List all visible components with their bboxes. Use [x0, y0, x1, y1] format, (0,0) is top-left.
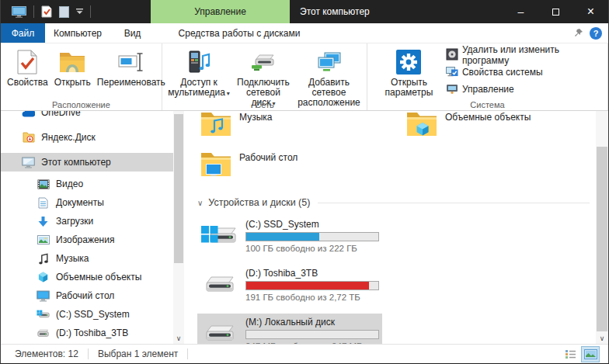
- devices-and-drives-section[interactable]: ∨ Устройства и диски (5): [197, 195, 596, 210]
- titlebar: Управление Этот компьютер – ×: [1, 0, 608, 23]
- sidebar-item-music[interactable]: Музыка: [1, 249, 173, 268]
- sidebar-scrollbar[interactable]: ∨: [173, 111, 184, 344]
- ribbon-group-location: Свойства Открыть Переименовать Расположе…: [1, 43, 162, 110]
- uninstall-program-button[interactable]: Удалить или изменить программу: [443, 47, 604, 63]
- qat-separator: [33, 5, 34, 18]
- onedrive-cloud-icon: [22, 111, 35, 117]
- group-label-network: Сеть: [162, 100, 367, 109]
- sidebar-scrollbar-thumb[interactable]: [174, 114, 183, 263]
- thumbnails-view-button[interactable]: [582, 347, 599, 362]
- main-area: OneDrive Яндекс.Диск Этот компьютер Виде…: [1, 111, 608, 344]
- hard-drive-icon: [200, 270, 239, 300]
- desktop-icon: [37, 290, 50, 302]
- new-folder-quick-icon[interactable]: [59, 6, 69, 18]
- this-pc-monitor-icon: [22, 157, 35, 168]
- section-title: Устройства и диски (5): [208, 197, 310, 208]
- this-pc-icon[interactable]: [12, 6, 26, 18]
- drive-tile-c[interactable]: (C:) SSD_System 100 ГБ свободно из 222 Г…: [197, 216, 382, 257]
- sidebar-scroll-down-icon[interactable]: ∨: [173, 335, 184, 342]
- videos-icon: [37, 179, 50, 189]
- 3d-objects-folder-icon: [406, 111, 437, 142]
- rename-icon: [118, 48, 144, 76]
- close-button[interactable]: ×: [573, 0, 608, 23]
- capacity-bar: [245, 232, 379, 241]
- help-icon[interactable]: ?: [590, 27, 602, 40]
- details-view-button[interactable]: [562, 347, 579, 362]
- ribbon-tabs: Файл Компьютер Вид Средства работы с дис…: [1, 23, 608, 43]
- manage-icon: [446, 82, 458, 97]
- sidebar-item-onedrive[interactable]: OneDrive: [1, 111, 173, 122]
- drive-free-space: 100 ГБ свободно из 222 ГБ: [245, 243, 379, 254]
- group-label-location: Расположение: [1, 100, 162, 109]
- drive-name: (M:) Локальный диск: [245, 317, 379, 328]
- dropdown-arrow-icon: ▾: [227, 90, 230, 97]
- sidebar-item-videos[interactable]: Видео: [1, 175, 173, 193]
- status-bar: Элементов: 12 Выбран 1 элемент: [1, 344, 608, 363]
- maximize-button[interactable]: [538, 0, 573, 23]
- minimize-button[interactable]: –: [503, 0, 538, 23]
- explorer-window: Управление Этот компьютер – × Файл Компь…: [0, 0, 609, 364]
- drive-tile-m[interactable]: (M:) Локальный диск 247 МБ свободно из 2…: [197, 314, 382, 344]
- window-controls: – ×: [503, 0, 608, 23]
- sidebar-item-this-pc[interactable]: Этот компьютер: [1, 153, 173, 172]
- media-access-button[interactable]: Доступ к мультимедиа▾: [165, 46, 232, 101]
- music-folder-icon: [200, 111, 231, 142]
- selection-count: Выбран 1 элемент: [98, 348, 178, 359]
- folder-tile-3d-objects[interactable]: Объемные объекты: [403, 111, 596, 144]
- downloads-icon: [37, 216, 50, 227]
- sidebar-item-downloads[interactable]: Загрузки: [1, 212, 173, 231]
- folder-tile-desktop[interactable]: Рабочий стол: [197, 148, 401, 184]
- capacity-bar-fill: [246, 282, 369, 289]
- drive-free-space: 191 ГБ свободно из 2,72 ТБ: [245, 292, 379, 303]
- section-divider: [318, 203, 590, 203]
- sidebar-item-drive-d[interactable]: (D:) Toshiba_3TB: [1, 324, 173, 342]
- quick-access-toolbar: [1, 5, 91, 18]
- sidebar-item-3d-objects[interactable]: Объемные объекты: [1, 268, 173, 286]
- pin-ribbon-icon[interactable]: [573, 28, 583, 40]
- sidebar-item-documents[interactable]: Документы: [1, 193, 173, 212]
- system-properties-button[interactable]: Свойства системы: [443, 64, 604, 80]
- desktop-folder-icon: [200, 150, 231, 182]
- tab-disk-tools[interactable]: Средства работы с дисками: [171, 23, 308, 43]
- capacity-bar: [245, 281, 379, 290]
- maximize-icon: [552, 9, 559, 16]
- system-small-buttons: Удалить или изменить программу Свойства …: [443, 47, 604, 97]
- tab-file[interactable]: Файл: [1, 23, 45, 43]
- navigation-pane: OneDrive Яндекс.Диск Этот компьютер Виде…: [1, 111, 173, 344]
- drive-name: (D:) Toshiba_3TB: [245, 268, 379, 279]
- 3d-objects-cube-icon: [37, 271, 50, 283]
- folder-tile-music[interactable]: Музыка: [197, 111, 401, 144]
- sidebar-item-yandex-disk[interactable]: Яндекс.Диск: [1, 128, 173, 147]
- sidebar-item-pictures[interactable]: Изображения: [1, 231, 173, 249]
- manage-button[interactable]: Управление: [443, 81, 604, 97]
- content-pane: Музыка Объемные объекты Рабочий стол ∨: [184, 111, 596, 344]
- contextual-tab-manage[interactable]: Управление: [151, 0, 290, 23]
- open-settings-button[interactable]: Открыть параметры: [380, 46, 438, 100]
- drive-name: (C:) SSD_System: [245, 219, 379, 231]
- music-note-icon: [37, 253, 50, 265]
- folders-grid: Музыка Объемные объекты Рабочий стол: [197, 111, 596, 184]
- qat-customize-chevron-icon[interactable]: [76, 9, 83, 15]
- tab-computer[interactable]: Компьютер: [45, 23, 110, 43]
- close-icon: ×: [587, 5, 594, 19]
- open-button[interactable]: Открыть: [51, 46, 94, 90]
- tab-view[interactable]: Вид: [110, 23, 155, 43]
- properties-button[interactable]: Свойства: [4, 46, 51, 90]
- content-scroll-down-icon[interactable]: ∨: [596, 335, 608, 342]
- collapse-chevron-icon[interactable]: ∨: [197, 199, 203, 207]
- status-separator: [88, 348, 89, 359]
- properties-quick-icon[interactable]: [41, 5, 52, 18]
- content-scrollbar-thumb[interactable]: [597, 147, 607, 331]
- items-count: Элементов: 12: [15, 348, 78, 359]
- content-scrollbar[interactable]: ∨: [596, 111, 608, 344]
- drive-tile-d[interactable]: (D:) Toshiba_3TB 191 ГБ свободно из 2,72…: [197, 265, 382, 306]
- capacity-bar: [245, 330, 379, 339]
- drive-windows-icon: [37, 309, 50, 320]
- minimize-icon: –: [518, 5, 524, 18]
- hard-drive-icon: [200, 319, 239, 344]
- sidebar-item-drive-c[interactable]: (C:) SSD_System: [1, 305, 173, 324]
- rename-button[interactable]: Переименовать: [94, 46, 169, 90]
- uninstall-program-icon: [446, 48, 458, 63]
- media-server-icon: [187, 48, 211, 76]
- sidebar-item-desktop[interactable]: Рабочий стол: [1, 286, 173, 305]
